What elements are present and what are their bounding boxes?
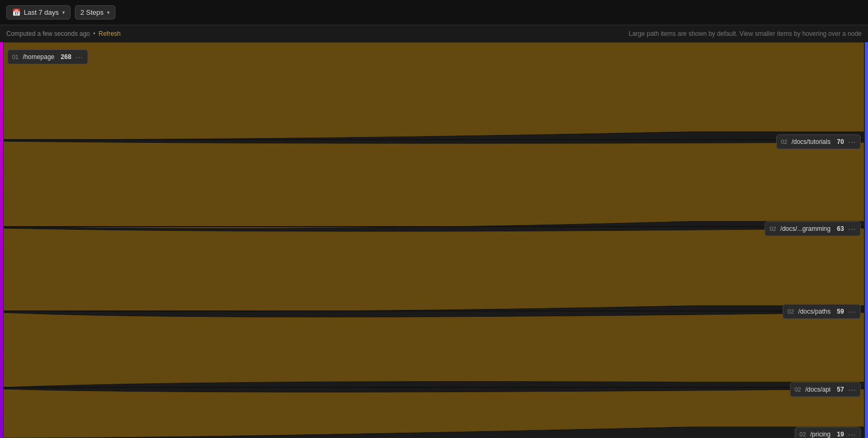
target-node-index-1: 02: [781, 139, 787, 145]
target-node-count-3: 59: [837, 308, 844, 315]
steps-label: 2 Steps: [81, 8, 104, 16]
target-node-menu-1[interactable]: ···: [848, 138, 856, 146]
target-node-index-5: 02: [799, 431, 806, 437]
chart-area: 01 /homepage 268 ··· 02 /docs/tutorials …: [0, 42, 868, 438]
target-node-menu-3[interactable]: ···: [848, 307, 856, 316]
source-node-menu[interactable]: ···: [75, 53, 83, 61]
target-node-tutorials[interactable]: 02 /docs/tutorials 70 ···: [776, 134, 861, 149]
status-bar: Computed a few seconds ago • Refresh Lar…: [0, 25, 868, 42]
target-node-count-2: 63: [837, 225, 844, 232]
source-node-count: 268: [61, 53, 71, 61]
target-node-path-3: /docs/paths: [798, 308, 831, 315]
target-node-index-3: 02: [787, 308, 794, 315]
computed-text: Computed a few seconds ago: [6, 30, 90, 37]
right-accent-bar: [865, 42, 868, 438]
time-range-label: Last 7 days: [24, 8, 59, 16]
source-node-index: 01: [12, 54, 18, 60]
target-node-pricing[interactable]: 02 /pricing 19 ···: [795, 427, 861, 438]
calendar-icon: 📅: [12, 8, 21, 16]
target-node-path-2: /docs/...gramming: [781, 225, 831, 232]
target-node-count-5: 19: [837, 431, 844, 438]
target-node-index-2: 02: [769, 226, 776, 232]
sankey-svg: [0, 42, 868, 438]
refresh-link[interactable]: Refresh: [99, 30, 121, 37]
target-node-paths[interactable]: 02 /docs/paths 59 ···: [783, 304, 861, 319]
time-range-dropdown[interactable]: 📅 Last 7 days ▾: [6, 5, 71, 20]
steps-chevron: ▾: [107, 9, 110, 15]
status-left: Computed a few seconds ago • Refresh: [6, 30, 121, 37]
target-node-path-5: /pricing: [810, 431, 831, 438]
target-node-path-1: /docs/tutorials: [792, 138, 831, 145]
target-node-count-4: 57: [837, 386, 844, 393]
target-node-path-4: /docs/api: [805, 386, 831, 393]
time-range-chevron: ▾: [62, 9, 65, 15]
source-node-path: /homepage: [23, 53, 54, 61]
toolbar: 📅 Last 7 days ▾ 2 Steps ▾: [0, 0, 868, 25]
status-hint: Large path items are shown by default. V…: [629, 30, 862, 37]
target-node-menu-5[interactable]: ···: [848, 430, 856, 438]
source-node-homepage[interactable]: 01 /homepage 268 ···: [7, 50, 88, 64]
target-node-api[interactable]: 02 /docs/api 57 ···: [790, 382, 861, 397]
steps-dropdown[interactable]: 2 Steps ▾: [75, 5, 115, 20]
target-node-menu-4[interactable]: ···: [848, 385, 856, 394]
left-accent-bar: [0, 42, 3, 438]
separator: •: [93, 30, 95, 37]
target-node-index-4: 02: [795, 386, 801, 393]
target-node-menu-2[interactable]: ···: [848, 225, 856, 233]
target-node-gramming[interactable]: 02 /docs/...gramming 63 ···: [765, 221, 861, 236]
target-node-count-1: 70: [837, 138, 844, 145]
